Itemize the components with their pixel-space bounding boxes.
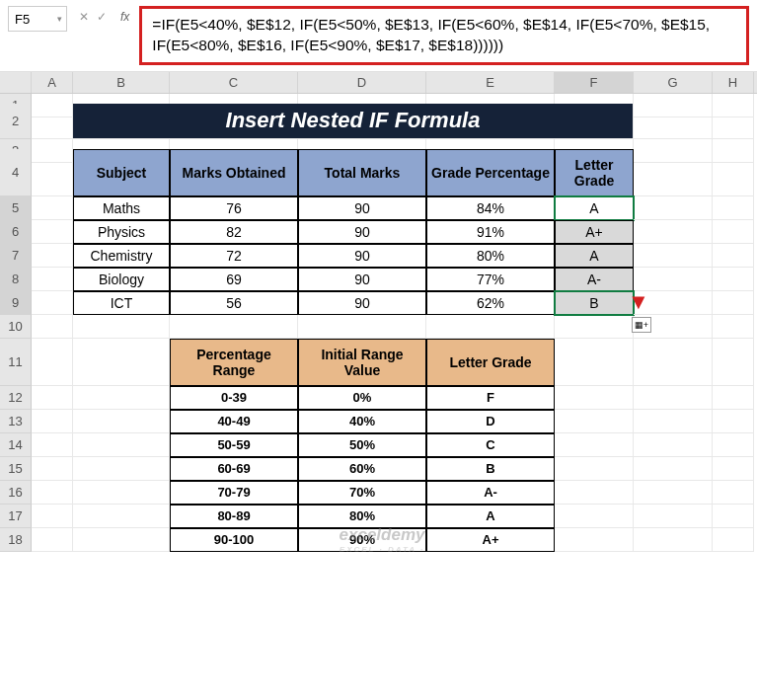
cell-letter[interactable]: A+ <box>555 220 634 244</box>
lookup-letter[interactable]: D <box>426 410 555 433</box>
lookup-range[interactable]: 40-49 <box>170 410 298 433</box>
lookup-letter[interactable]: A+ <box>426 528 555 552</box>
lookup-initial[interactable]: 0% <box>298 386 426 410</box>
lookup-range[interactable]: 80-89 <box>170 505 298 528</box>
row-header[interactable]: 15 <box>0 457 32 481</box>
row-header[interactable]: 5 <box>0 196 32 220</box>
lookup-initial[interactable]: 60% <box>298 457 426 481</box>
row-header[interactable]: 4 <box>0 149 32 196</box>
lookup-range[interactable]: 60-69 <box>170 457 298 481</box>
cell-total[interactable]: 90 <box>298 268 426 291</box>
cell-marks[interactable]: 76 <box>170 196 298 220</box>
cell-pct[interactable]: 91% <box>426 220 555 244</box>
cell-pct[interactable]: 62% <box>426 291 555 315</box>
title-cell: Insert Nested IF Formula <box>73 104 634 139</box>
lookup-initial[interactable]: 80% <box>298 505 426 528</box>
cell-marks[interactable]: 69 <box>170 268 298 291</box>
lookup-range[interactable]: 0-39 <box>170 386 298 410</box>
row-header[interactable]: 11 <box>0 339 32 386</box>
col-header[interactable]: A <box>32 72 73 93</box>
col-header[interactable]: C <box>170 72 298 93</box>
spreadsheet-grid[interactable]: A B C D E F G H 1 2 Insert Nested IF For… <box>0 72 757 552</box>
lookup-hdr-initial: Initial Range Value <box>298 339 426 386</box>
lookup-initial[interactable]: 40% <box>298 410 426 433</box>
row-header[interactable]: 12 <box>0 386 32 410</box>
lookup-range[interactable]: 90-100 <box>170 528 298 552</box>
row-header[interactable]: 2 <box>0 104 32 139</box>
select-all-corner[interactable] <box>0 72 32 93</box>
header-pct: Grade Percentage <box>426 149 555 196</box>
row-header[interactable]: 7 <box>0 244 32 268</box>
name-box-value: F5 <box>15 12 30 27</box>
lookup-letter[interactable]: B <box>426 457 555 481</box>
lookup-letter[interactable]: A <box>426 505 555 528</box>
row-header[interactable]: 17 <box>0 505 32 528</box>
row-header[interactable]: 8 <box>0 268 32 291</box>
lookup-initial[interactable]: 70% <box>298 481 426 505</box>
cell-subject[interactable]: Maths <box>73 196 170 220</box>
col-header[interactable]: B <box>73 72 170 93</box>
name-box[interactable]: F5 ▾ <box>8 6 67 32</box>
lookup-letter[interactable]: C <box>426 433 555 457</box>
cell-total[interactable]: 90 <box>298 196 426 220</box>
col-header[interactable]: G <box>634 72 713 93</box>
col-header[interactable]: F <box>555 72 634 93</box>
fx-icon[interactable]: fx <box>120 10 129 24</box>
header-marks: Marks Obtained <box>170 149 298 196</box>
cell-pct[interactable]: 80% <box>426 244 555 268</box>
formula-bar[interactable]: =IF(E5<40%, $E$12, IF(E5<50%, $E$13, IF(… <box>139 6 749 65</box>
cell-total[interactable]: 90 <box>298 220 426 244</box>
header-subject: Subject <box>73 149 170 196</box>
row-header[interactable]: 18 <box>0 528 32 552</box>
cell-marks[interactable]: 82 <box>170 220 298 244</box>
cell-subject[interactable]: ICT <box>73 291 170 315</box>
cell-letter[interactable]: A- <box>555 268 634 291</box>
lookup-initial[interactable]: 90% exceldemyEXCEL · DATA · BI <box>298 528 426 552</box>
row-header[interactable]: 16 <box>0 481 32 505</box>
col-header[interactable]: H <box>713 72 754 93</box>
cell-pct[interactable]: 77% <box>426 268 555 291</box>
col-header[interactable]: E <box>426 72 555 93</box>
cancel-formula-icon: ✕ <box>79 10 89 24</box>
row-header[interactable]: 14 <box>0 433 32 457</box>
cell-marks[interactable]: 72 <box>170 244 298 268</box>
header-letter: Letter Grade <box>555 149 634 196</box>
row-header[interactable]: 13 <box>0 410 32 433</box>
lookup-range[interactable]: 70-79 <box>170 481 298 505</box>
lookup-letter[interactable]: F <box>426 386 555 410</box>
cell-subject[interactable]: Physics <box>73 220 170 244</box>
cell-subject[interactable]: Chemistry <box>73 244 170 268</box>
lookup-initial[interactable]: 50% <box>298 433 426 457</box>
lookup-hdr-range: Percentage Range <box>170 339 298 386</box>
lookup-letter[interactable]: A- <box>426 481 555 505</box>
cell-letter[interactable]: A <box>555 244 634 268</box>
cell-letter[interactable]: B <box>555 291 634 315</box>
row-header[interactable]: 6 <box>0 220 32 244</box>
row-header[interactable]: 9 <box>0 291 32 315</box>
accept-formula-icon: ✓ <box>97 10 107 24</box>
cell-total[interactable]: 90 <box>298 291 426 315</box>
cell-marks[interactable]: 56 <box>170 291 298 315</box>
lookup-range[interactable]: 50-59 <box>170 433 298 457</box>
active-cell[interactable]: A <box>555 196 634 220</box>
cell-pct[interactable]: 84% <box>426 196 555 220</box>
header-total: Total Marks <box>298 149 426 196</box>
column-headers: A B C D E F G H <box>0 72 757 94</box>
lookup-hdr-letter: Letter Grade <box>426 339 555 386</box>
autofill-options-button[interactable]: ▦+ <box>632 317 651 333</box>
row-header[interactable]: 10 <box>0 315 32 339</box>
cell-total[interactable]: 90 <box>298 244 426 268</box>
cell-subject[interactable]: Biology <box>73 268 170 291</box>
formula-text: =IF(E5<40%, $E$12, IF(E5<50%, $E$13, IF(… <box>152 16 710 53</box>
chevron-down-icon[interactable]: ▾ <box>57 14 66 24</box>
col-header[interactable]: D <box>298 72 426 93</box>
